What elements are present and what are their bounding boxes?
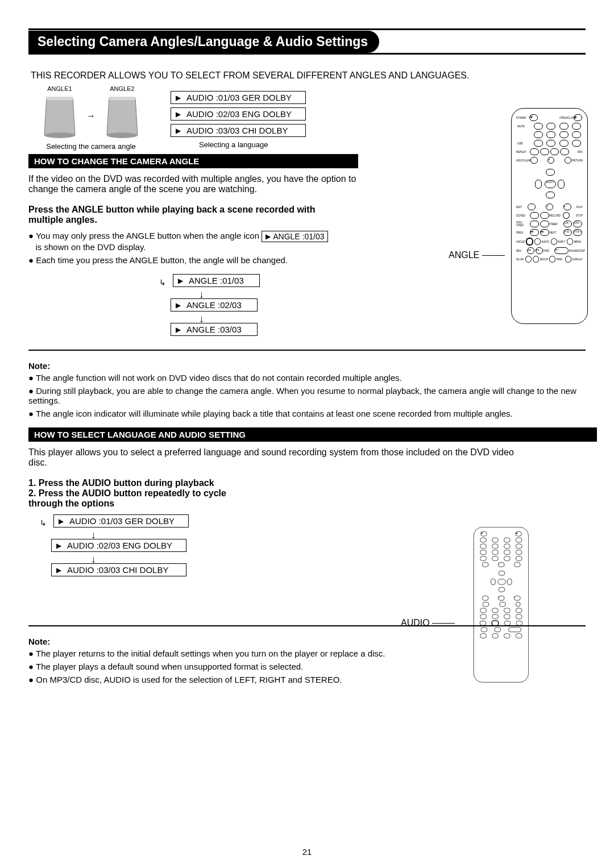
return-button[interactable] xyxy=(565,157,572,164)
mute-button[interactable] xyxy=(480,538,487,543)
record-button[interactable] xyxy=(540,212,549,219)
rev-button[interactable] xyxy=(481,627,488,632)
sched-button[interactable] xyxy=(482,602,489,607)
trim-button[interactable] xyxy=(504,633,511,638)
usb-button[interactable] xyxy=(480,550,487,555)
num-button[interactable] xyxy=(492,550,499,555)
subt-button[interactable] xyxy=(551,238,557,245)
num-button[interactable] xyxy=(480,544,487,549)
stop-button[interactable] xyxy=(563,212,570,219)
dpad-left[interactable] xyxy=(535,180,542,189)
setup-button[interactable] xyxy=(533,256,539,263)
dpad-right[interactable] xyxy=(558,180,565,189)
fwd-button[interactable]: ▸▸ xyxy=(536,247,543,254)
num-button[interactable] xyxy=(504,550,511,555)
num-button[interactable] xyxy=(546,140,555,147)
nav-down-button[interactable]: ∨ xyxy=(546,203,553,210)
prev-button[interactable] xyxy=(480,614,487,619)
open-close-button[interactable]: ⏏ xyxy=(515,531,522,537)
edit-button[interactable] xyxy=(482,596,489,601)
next-button[interactable]: ⏭ xyxy=(540,229,549,236)
play-button[interactable]: ▸ xyxy=(514,596,521,601)
num-button[interactable] xyxy=(516,550,522,555)
pause-step-button[interactable] xyxy=(508,627,521,632)
num-button[interactable] xyxy=(516,538,522,543)
add-clear-button[interactable] xyxy=(482,562,489,567)
ch-down-button[interactable]: CH- xyxy=(563,221,572,227)
repeat-button[interactable] xyxy=(530,148,539,155)
setup-button[interactable] xyxy=(492,633,499,638)
dpad-up[interactable] xyxy=(546,169,555,176)
nav-down-button[interactable]: ∨ xyxy=(498,596,505,601)
num-button[interactable] xyxy=(546,123,555,130)
display-button[interactable] xyxy=(565,256,571,263)
vol-down-button[interactable]: VOL- xyxy=(563,229,572,236)
add-clear-button[interactable] xyxy=(530,157,538,164)
num-button[interactable] xyxy=(546,131,555,138)
nav-up-button[interactable]: ∧ xyxy=(498,562,505,567)
nav-up-button[interactable]: ∧ xyxy=(547,157,555,164)
prev-button[interactable]: ⏮ xyxy=(530,229,539,236)
open-close-button[interactable]: ⏏ xyxy=(574,114,582,121)
dpad-left[interactable] xyxy=(491,579,496,585)
num-button[interactable] xyxy=(550,148,559,155)
audio-button[interactable] xyxy=(492,620,499,626)
slow-button[interactable] xyxy=(525,256,532,263)
num-button[interactable] xyxy=(504,544,511,549)
menu-button[interactable] xyxy=(516,621,522,626)
timer-button[interactable] xyxy=(492,608,499,613)
vol-up-button[interactable] xyxy=(516,614,522,619)
num-button[interactable] xyxy=(504,538,511,543)
timer-button[interactable] xyxy=(540,221,549,227)
ch-down-button[interactable] xyxy=(504,608,511,613)
fwd-button[interactable] xyxy=(495,627,501,632)
mute-button[interactable] xyxy=(534,123,543,130)
num-button[interactable] xyxy=(559,123,569,130)
dpad-down[interactable] xyxy=(498,587,505,592)
stop-button[interactable] xyxy=(516,602,521,607)
disc-oper-button[interactable] xyxy=(480,608,487,613)
trim-button[interactable] xyxy=(549,256,555,263)
num-button[interactable] xyxy=(516,544,522,549)
menu-button[interactable] xyxy=(567,238,573,245)
select-button[interactable] xyxy=(497,579,505,584)
return-button[interactable] xyxy=(514,562,521,567)
edit-button[interactable] xyxy=(528,203,535,210)
num-button[interactable] xyxy=(572,131,581,138)
pause-step-button[interactable]: ⏸▸ xyxy=(554,247,569,254)
play-button[interactable]: ▸ xyxy=(563,203,571,210)
repeat-button[interactable] xyxy=(480,556,487,561)
num-button[interactable] xyxy=(572,123,581,130)
next-button[interactable] xyxy=(492,614,499,619)
num-button[interactable] xyxy=(559,140,569,147)
select-button[interactable]: SELECT xyxy=(545,180,556,188)
num-button[interactable] xyxy=(559,131,569,138)
subt-button[interactable] xyxy=(504,621,511,626)
angle-button[interactable] xyxy=(480,621,487,626)
angle-button[interactable] xyxy=(526,238,533,246)
ch-up-button[interactable] xyxy=(516,608,522,613)
record-button[interactable] xyxy=(499,602,506,607)
rev-button[interactable]: ◂◂ xyxy=(527,247,534,254)
num-button[interactable] xyxy=(540,148,549,155)
num-button[interactable] xyxy=(492,556,499,561)
num-button[interactable] xyxy=(534,131,543,138)
usb-button[interactable] xyxy=(534,140,543,147)
audio-button[interactable] xyxy=(534,238,541,245)
num-button[interactable] xyxy=(492,544,499,549)
disc-oper-button[interactable] xyxy=(530,221,539,227)
vol-up-button[interactable]: VOL+ xyxy=(573,229,582,236)
dpad-right[interactable] xyxy=(507,579,512,585)
slow-button[interactable] xyxy=(480,633,487,638)
num-button[interactable] xyxy=(492,538,499,543)
dpad-up[interactable] xyxy=(498,571,505,576)
sched-button[interactable] xyxy=(530,212,539,219)
src-button[interactable] xyxy=(560,148,569,155)
vol-down-button[interactable] xyxy=(504,614,511,619)
ch-up-button[interactable]: CH+ xyxy=(573,221,582,227)
num-button[interactable] xyxy=(572,140,581,147)
power-button[interactable]: ⏻ xyxy=(480,531,487,537)
dpad-down[interactable] xyxy=(546,192,555,198)
display-button[interactable] xyxy=(516,633,522,638)
power-button[interactable]: ⏻ xyxy=(529,114,538,121)
